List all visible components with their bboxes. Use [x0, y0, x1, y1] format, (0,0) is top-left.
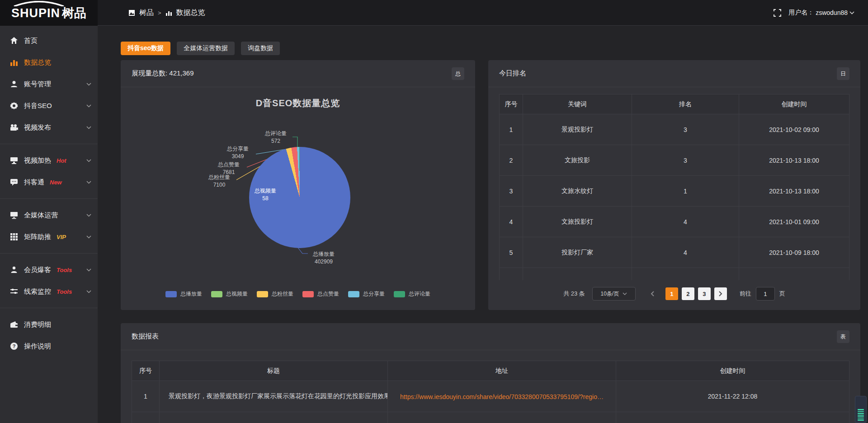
wallet-icon — [10, 320, 18, 329]
column-header-created: 创建时间 — [739, 94, 849, 114]
sidebar-divider — [0, 144, 98, 144]
logo-area: SHUPIN 树品 — [0, 0, 98, 26]
sidebar-item-label: 视频加热 — [24, 156, 51, 165]
sidebar-item-doukotong[interactable]: 抖客通 New — [0, 171, 98, 193]
column-header-no: 序号 — [500, 94, 523, 114]
tab-douyin-seo-data[interactable]: 抖音seo数据 — [121, 42, 170, 55]
impressions-panel: 展现量总数: 421,369 总 D音SEO数据量总览 总评论量572 总分享量… — [121, 60, 475, 310]
legend-item-fans[interactable]: 总粉丝量 — [257, 290, 293, 298]
pagination: 共 23 条 10条/页 1 2 3 前往 页 — [488, 287, 860, 301]
legend-item-videos[interactable]: 总视频量 — [211, 290, 248, 298]
sidebar-item-label: 账号管理 — [24, 80, 51, 89]
chevron-down-icon — [86, 268, 91, 272]
chart-title: D音SEO数据量总览 — [121, 97, 475, 109]
logo-text-cn: 树品 — [62, 5, 86, 21]
top-bar: SHUPIN 树品 树品 > 数据总览 用户名： zswodun88 — [0, 0, 868, 26]
tools-badge: Tools — [57, 288, 72, 295]
chevron-down-icon — [86, 181, 91, 184]
user-menu[interactable]: 用户名： zswodun88 — [788, 9, 854, 17]
pie-chart: D音SEO数据量总览 总评论量572 总分享量3049 总点赞量7681 总粉丝… — [121, 87, 475, 310]
goto-label: 前往 — [740, 290, 751, 298]
page-button-2[interactable]: 2 — [682, 287, 694, 300]
page-button-3[interactable]: 3 — [698, 287, 711, 300]
sidebar-item-douyin-seo[interactable]: 抖音SEO — [0, 95, 98, 117]
chart-legend: 总播放量 总视频量 总粉丝量 总点赞量 总分享量 总评论量 — [121, 290, 475, 298]
sidebar-item-help[interactable]: ? 操作说明 — [0, 335, 98, 357]
impressions-total: 展现量总数: 421,369 — [132, 69, 194, 78]
pie-label-videos: 总视频量58 — [249, 187, 282, 202]
table-row: 4文旅投影灯42021-10-01 09:00 — [500, 207, 849, 237]
table-header-row: 序号 标题 地址 创建时间 — [132, 361, 849, 381]
sidebar-item-video-publish[interactable]: 视频发布 — [0, 117, 98, 138]
sidebar-item-lead-monitor[interactable]: 线索监控 Tools — [0, 281, 98, 302]
app-root: SHUPIN 树品 树品 > 数据总览 用户名： zswodun88 — [0, 0, 868, 423]
sidebar: 首页 数据总览 账号管理 抖音SEO 视频发布 视频加热 Hot — [0, 26, 98, 423]
tab-inquiry-data[interactable]: 询盘数据 — [241, 42, 280, 55]
legend-swatch — [348, 291, 359, 297]
table-row: 3文旅水纹灯12021-10-13 18:00 — [500, 176, 849, 207]
goto-suffix: 页 — [779, 290, 785, 298]
sidebar-item-label: 视频发布 — [24, 123, 51, 132]
breadcrumb-root[interactable]: 树品 — [139, 8, 154, 18]
data-source-tabs: 抖音seo数据 全媒体运营数据 询盘数据 — [121, 42, 280, 55]
goto-page-input[interactable] — [756, 287, 775, 301]
sidebar-item-label: 消费明细 — [24, 320, 51, 329]
legend-item-plays[interactable]: 总播放量 — [165, 290, 202, 298]
column-header-keyword: 关键词 — [523, 94, 632, 114]
legend-item-likes[interactable]: 总点赞量 — [302, 290, 339, 298]
sidebar-item-label: 抖音SEO — [24, 102, 52, 110]
breadcrumb-separator: > — [158, 9, 161, 16]
breadcrumb: 树品 > 数据总览 — [128, 8, 205, 18]
report-table: 序号 标题 地址 创建时间 1 景观投影灯，夜游景观投影灯厂家展示展示落花灯在花… — [132, 361, 849, 423]
tools-badge: Tools — [57, 267, 72, 273]
pie-label-plays: 总播放量402909 — [307, 250, 340, 266]
next-page-button[interactable] — [714, 287, 727, 300]
page-size-select[interactable]: 10条/页 — [592, 287, 636, 301]
chevron-right-icon — [719, 291, 722, 296]
day-toggle-button[interactable]: 日 — [837, 67, 849, 80]
column-header-rank: 排名 — [632, 94, 739, 114]
tab-omni-media-data[interactable]: 全媒体运营数据 — [177, 42, 235, 55]
column-header-title: 标题 — [160, 361, 388, 381]
sidebar-item-account[interactable]: 账号管理 — [0, 73, 98, 95]
video-url-link[interactable]: https://www.iesdouyin.com/share/video/70… — [400, 393, 604, 400]
chevron-left-icon — [651, 291, 654, 296]
sidebar-item-label: 抖客通 — [24, 178, 44, 187]
legend-swatch — [257, 291, 268, 297]
page-button-1[interactable]: 1 — [665, 287, 678, 300]
table-row-partial — [500, 268, 849, 281]
chevron-down-icon — [86, 104, 91, 108]
grid-icon — [10, 233, 18, 241]
total-toggle-button[interactable]: 总 — [452, 67, 464, 80]
report-panel-header: 数据报表 表 — [121, 323, 860, 350]
sidebar-item-matrix-boost[interactable]: 矩阵助推 VIP — [0, 226, 98, 248]
legend-swatch — [211, 291, 222, 297]
sidebar-item-label: 矩阵助推 — [24, 233, 51, 241]
person-icon — [10, 266, 18, 274]
prev-page-button[interactable] — [647, 291, 657, 296]
legend-item-comments[interactable]: 总评论量 — [394, 290, 430, 298]
sidebar-item-expense-detail[interactable]: 消费明细 — [0, 314, 98, 335]
user-icon — [10, 80, 18, 88]
sidebar-item-video-heat[interactable]: 视频加热 Hot — [0, 150, 98, 171]
top-bar-right: 用户名： zswodun88 — [774, 9, 854, 17]
breadcrumb-current[interactable]: 数据总览 — [176, 8, 205, 18]
sidebar-item-label: 数据总览 — [24, 58, 51, 67]
legend-item-shares[interactable]: 总分享量 — [348, 290, 385, 298]
sidebar-item-home[interactable]: 首页 — [0, 30, 98, 52]
ranking-table: 序号 关键词 排名 创建时间 1景观投影灯32021-10-02 09:00 2… — [499, 94, 849, 280]
chevron-down-icon — [86, 159, 91, 162]
fullscreen-icon[interactable] — [774, 9, 781, 17]
table-toggle-button[interactable]: 表 — [837, 330, 849, 343]
floating-widget[interactable] — [855, 396, 867, 423]
sidebar-item-data-overview[interactable]: 数据总览 — [0, 52, 98, 73]
sidebar-item-label: 首页 — [24, 37, 38, 45]
sidebar-item-omni-media[interactable]: 全媒体运营 — [0, 204, 98, 226]
chevron-down-icon — [86, 83, 91, 86]
table-row: 2文旅投影32021-10-13 18:00 — [500, 145, 849, 176]
sidebar-item-member-leads[interactable]: 会员爆客 Tools — [0, 259, 98, 281]
logo-text-en: SHUPIN — [11, 6, 60, 20]
new-badge: New — [50, 179, 62, 186]
chat-bubble-icon — [10, 178, 18, 186]
legend-swatch — [394, 291, 405, 297]
